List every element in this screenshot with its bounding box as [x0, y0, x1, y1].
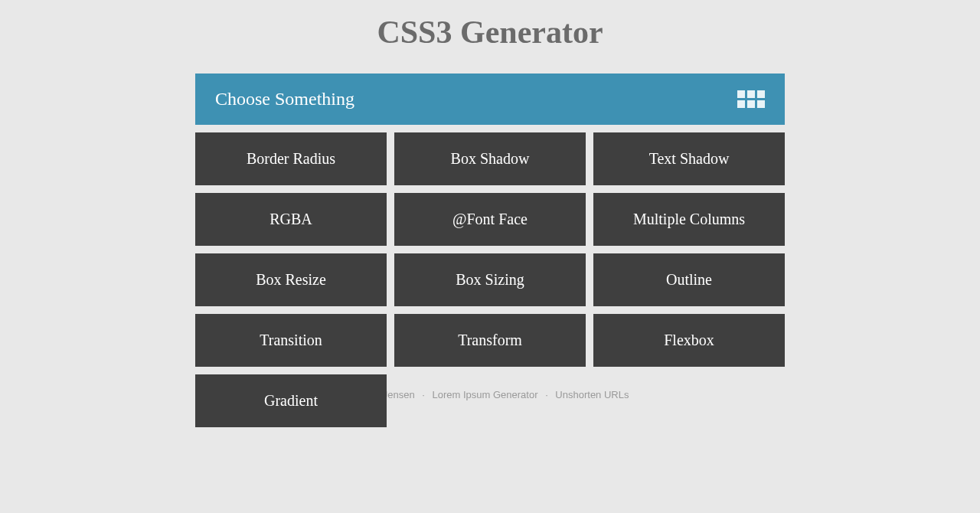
options-grid: Border Radius Box Shadow Text Shadow RGB…: [195, 132, 785, 427]
option-text-shadow[interactable]: Text Shadow: [593, 132, 785, 185]
option-transform[interactable]: Transform: [394, 314, 586, 367]
option-font-face[interactable]: @Font Face: [394, 193, 586, 246]
option-border-radius[interactable]: Border Radius: [195, 132, 387, 185]
generator-panel: Choose Something Border Radius Box Shado…: [195, 74, 785, 427]
option-box-sizing[interactable]: Box Sizing: [394, 253, 586, 306]
option-rgba[interactable]: RGBA: [195, 193, 387, 246]
option-multiple-columns[interactable]: Multiple Columns: [593, 193, 785, 246]
dropdown-header[interactable]: Choose Something: [195, 74, 785, 125]
grid-icon: [737, 90, 765, 108]
page-title: CSS3 Generator: [377, 14, 603, 51]
option-box-shadow[interactable]: Box Shadow: [394, 132, 586, 185]
dropdown-label: Choose Something: [215, 89, 354, 109]
option-gradient[interactable]: Gradient: [195, 374, 387, 427]
option-flexbox[interactable]: Flexbox: [593, 314, 785, 367]
option-box-resize[interactable]: Box Resize: [195, 253, 387, 306]
option-outline[interactable]: Outline: [593, 253, 785, 306]
option-transition[interactable]: Transition: [195, 314, 387, 367]
